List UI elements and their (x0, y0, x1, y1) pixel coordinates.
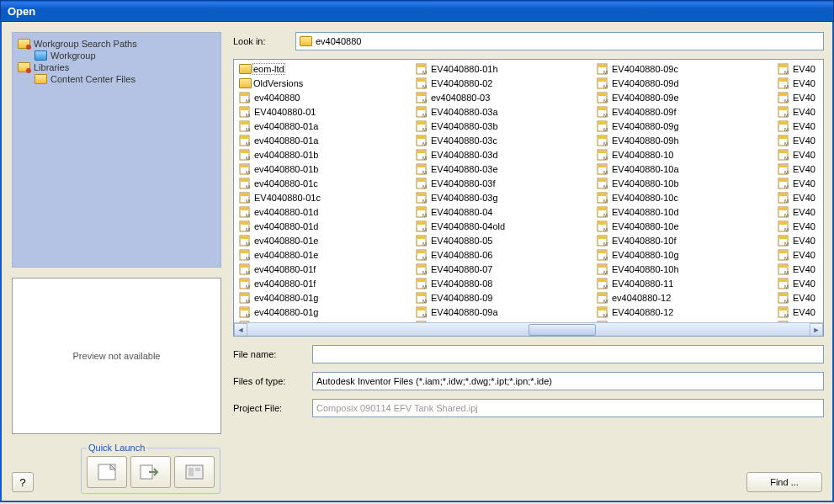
svg-rect-40 (241, 279, 248, 282)
file-item[interactable]: MEV4040880-03d (412, 147, 593, 162)
file-item[interactable]: MEV4040880-09a (412, 305, 593, 319)
file-item[interactable]: MEV4040880-09c (593, 61, 774, 76)
file-item[interactable]: MEV40 (774, 305, 821, 319)
file-item[interactable]: MEV4040880-01 (236, 104, 412, 119)
quick-launch-new-button[interactable] (87, 456, 127, 488)
lookin-combobox[interactable]: ev4040880 (295, 32, 824, 50)
find-button[interactable]: Find ... (746, 472, 822, 492)
file-item[interactable]: MEV4040880-09g (593, 119, 774, 133)
file-item[interactable]: MEV4040880-10d (593, 204, 774, 219)
svg-text:M: M (603, 170, 608, 175)
file-item[interactable]: Mev4040880-01d (236, 219, 412, 233)
file-label: EV4040880-08 (431, 279, 492, 289)
file-item[interactable]: Mev4040880-01c (236, 176, 412, 190)
file-item[interactable]: MEV4040880-09h (593, 133, 774, 147)
file-item[interactable]: MEV40 (774, 204, 821, 219)
file-item[interactable]: MEV4040880-10c (593, 190, 774, 204)
places-tree[interactable]: Workgroup Search PathsWorkgroupLibraries… (12, 32, 221, 268)
file-item[interactable]: MEV40 (774, 262, 821, 276)
file-item[interactable]: MEV40 (774, 162, 821, 176)
svg-text:M: M (422, 313, 427, 318)
file-item[interactable]: MEV4040880-09 (412, 290, 593, 305)
file-item[interactable]: Mev4040880-01b (236, 147, 412, 162)
file-item[interactable]: MEV4040880-04 (412, 204, 593, 219)
file-item[interactable]: MEV4040880-03b (412, 119, 593, 133)
file-item[interactable]: MEV4040880-04old (412, 219, 593, 233)
file-item[interactable]: MEV4040880-03a (412, 104, 593, 119)
file-item[interactable]: Mev4040880-01b (236, 162, 412, 176)
file-item[interactable]: MEV4040880-10 (593, 147, 774, 162)
file-item[interactable]: Mev4040880-12 (593, 290, 774, 305)
scroll-thumb[interactable] (529, 324, 596, 336)
file-item[interactable]: MEV4040880-10b (593, 176, 774, 190)
file-item[interactable]: MEV40 (774, 133, 821, 147)
file-item[interactable]: Mev4040880-01f (236, 276, 412, 290)
file-item[interactable]: MEV4040880-03c (412, 133, 593, 147)
file-item[interactable]: MEV40 (774, 176, 821, 190)
file-item[interactable]: MEV4040880-03f (412, 176, 593, 190)
quick-launch-export-button[interactable] (130, 456, 171, 488)
file-item[interactable]: MEV40 (774, 147, 821, 162)
file-item[interactable]: MEV40 (774, 290, 821, 305)
folder-item[interactable]: eom-ltd (236, 61, 412, 76)
file-item[interactable]: MEV40 (774, 233, 821, 247)
tree-item[interactable]: Content Center Files (16, 73, 217, 85)
file-item[interactable]: MEV40 (774, 90, 821, 104)
file-item[interactable]: MEV4040880-11 (593, 276, 774, 290)
folder-item[interactable]: OldVersions (236, 76, 412, 90)
file-item[interactable]: Mev4040880-03 (412, 90, 593, 104)
inventor-file-icon: M (416, 178, 429, 189)
file-item[interactable]: Mev4040880-01f (236, 262, 412, 276)
file-item[interactable]: MEV40 (774, 76, 821, 90)
file-item[interactable]: MEV4040880-10e (593, 219, 774, 233)
file-item[interactable]: MEV40 (774, 61, 821, 76)
file-item[interactable]: MEV40 (774, 119, 821, 133)
scroll-left-arrow[interactable]: ◄ (234, 323, 247, 337)
file-item[interactable]: Mev4040880-01g (236, 290, 412, 305)
file-item[interactable]: MEV4040880-01c (236, 190, 412, 204)
file-item[interactable]: MEV4040880-01h (412, 61, 593, 76)
file-item[interactable]: MEV4040880-09d (593, 76, 774, 90)
file-item[interactable]: Mev4040880-01e (236, 233, 412, 247)
svg-text:M: M (784, 156, 789, 161)
tree-item[interactable]: Workgroup Search Paths (16, 38, 217, 50)
tree-item[interactable]: Workgroup (16, 50, 217, 61)
file-item[interactable]: MEV4040880-09e (593, 90, 774, 104)
svg-text:M: M (422, 156, 427, 161)
file-item[interactable]: MEV4040880-10h (593, 262, 774, 276)
file-item[interactable]: MEV4040880-10g (593, 247, 774, 262)
file-item[interactable]: MEV40 (774, 190, 821, 204)
file-item[interactable]: MEV4040880-10f (593, 233, 774, 247)
file-item[interactable]: Mev4040880 (236, 90, 412, 104)
svg-text:M: M (784, 184, 789, 189)
file-item[interactable]: Mev4040880-01d (236, 204, 412, 219)
file-item[interactable]: Mev4040880-01g (236, 305, 412, 319)
file-item[interactable]: Mev4040880-01a (236, 119, 412, 133)
file-item[interactable]: MEV4040880-05 (412, 233, 593, 247)
file-item[interactable]: MEV4040880-03g (412, 190, 593, 204)
file-item[interactable]: Mev4040880-01e (236, 247, 412, 262)
file-item[interactable]: MEV4040880-06 (412, 247, 593, 262)
quick-launch-template-button[interactable] (174, 456, 215, 488)
file-item[interactable]: MEV40 (774, 247, 821, 262)
file-item[interactable]: MEV4040880-02 (412, 76, 593, 90)
tree-item[interactable]: Libraries (16, 61, 217, 73)
file-item[interactable]: MEV40 (774, 276, 821, 290)
file-list[interactable]: eom-ltdOldVersionsMev4040880MEV4040880-0… (233, 59, 824, 337)
file-item[interactable]: MEV4040880-09f (593, 104, 774, 119)
file-item[interactable]: Mev4040880-01a (236, 133, 412, 147)
file-item[interactable]: MEV4040880-08 (412, 276, 593, 290)
filename-input[interactable] (312, 345, 824, 363)
filetype-combobox[interactable]: Autodesk Inventor Files (*.iam;*.idw;*.d… (312, 372, 824, 390)
file-item[interactable]: MEV40 (774, 104, 821, 119)
svg-rect-160 (598, 308, 606, 310)
horizontal-scrollbar[interactable]: ◄ ► (234, 322, 823, 336)
file-item[interactable]: MEV4040880-10a (593, 162, 774, 176)
scroll-right-arrow[interactable]: ► (810, 323, 823, 337)
file-item[interactable]: MEV40 (774, 219, 821, 233)
file-item[interactable]: MEV4040880-12 (593, 305, 774, 319)
file-item[interactable]: MEV4040880-07 (412, 262, 593, 276)
help-button[interactable]: ? (12, 472, 34, 492)
file-item[interactable]: MEV4040880-03e (412, 162, 593, 176)
file-label: EV4040880-10b (612, 178, 679, 188)
